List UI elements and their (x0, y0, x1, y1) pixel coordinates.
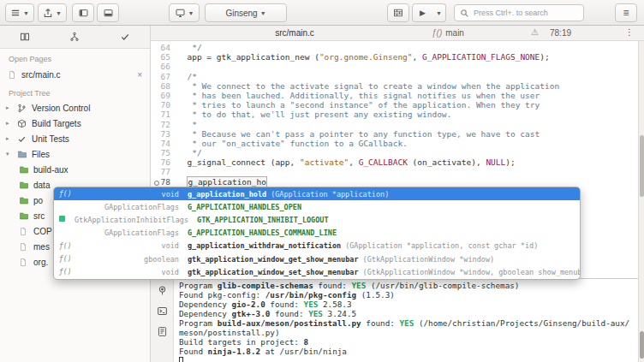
tab-tests[interactable] (100, 26, 150, 48)
panel-tab-strip (151, 279, 174, 362)
panel-tab-terminal[interactable] (157, 306, 168, 317)
file-item-build-aux[interactable]: build-aux (0, 162, 150, 177)
tree-item-label: Unit Tests (32, 134, 69, 144)
chevron-icon: ▸ (6, 104, 13, 111)
run-options-button[interactable]: ▼ (432, 3, 446, 22)
output-cursor-line (179, 356, 633, 362)
output-segment: found: (361, 318, 400, 328)
line-number: 71 (151, 110, 177, 119)
output-line: Dependency gio-2.0 found: YES 2.58.3 (179, 300, 633, 309)
panel-left-icon (78, 8, 89, 18)
completion-params: (GtkApplicationWindow *window, gboolean … (359, 268, 581, 276)
cube-icon (17, 119, 27, 128)
output-line: Program build-aux/meson/postinstall.py f… (179, 318, 633, 337)
panel-tab-build-log[interactable] (157, 326, 168, 337)
tree-item-files[interactable]: ▾Files (0, 146, 150, 162)
toggle-bottom-panel-button[interactable] (97, 3, 119, 22)
tree-item-version-control[interactable]: ▸Version Control (0, 100, 150, 116)
pages-menu-button[interactable]: ▼ (5, 3, 34, 22)
build-button[interactable] (387, 3, 409, 22)
search-input[interactable] (474, 9, 576, 17)
function-context[interactable]: ƒ() main (432, 28, 464, 38)
line-number: 65 (151, 52, 177, 62)
code-line: 64 */ (151, 43, 638, 52)
output-segment: YES (399, 318, 414, 328)
tree-item-build-targets[interactable]: ▸Build Targets (0, 116, 150, 131)
run-button[interactable]: ▶ (412, 3, 433, 22)
panel-bottom-icon (103, 8, 114, 18)
cursor-position: 78:19 (550, 28, 571, 38)
tab-build-pipeline[interactable] (50, 26, 99, 48)
code-line: 74 * our "on_activate" function to a GCa… (151, 139, 638, 148)
code-segment: * (177, 120, 197, 129)
tree-item-unit-tests[interactable]: ▸Unit Tests (0, 131, 150, 146)
pipeline-icon (69, 32, 80, 42)
code-text: app = gtk_application_new ("org.gnome.Gi… (177, 52, 550, 62)
scrollbar-thumb[interactable] (640, 135, 644, 197)
completion-item[interactable]: GApplicationFlagsG_APPLICATION_HANDLES_O… (54, 200, 580, 213)
line-number: 73 (151, 129, 177, 139)
file-item-label: org. (33, 258, 48, 267)
output-segment: /usr/bin/pkg-config (265, 290, 356, 300)
code-text: g_application_ho (177, 177, 267, 187)
completion-name: G_APPLICATION_HANDLES_COMMAND_LINE (188, 228, 337, 237)
code-line: 76 g_signal_connect (app, "activate", G_… (151, 157, 638, 167)
project-omnibar-button[interactable]: Ginseng ▼ (205, 3, 287, 22)
tree-item-label: Version Control (32, 104, 90, 113)
output-segment: ninja-1.8.2 (208, 347, 261, 356)
completion-item[interactable]: ƒ()voidg_application_hold(GApplication *… (54, 187, 580, 200)
completion-item[interactable]: ƒ()gbooleangtk_application_window_get_sh… (54, 252, 580, 265)
file-item-label: build-aux (33, 165, 69, 175)
project-tree-label: Project Tree (0, 83, 150, 100)
file-item-label: src (33, 211, 45, 221)
output-segment: gio-2.0 (232, 300, 265, 309)
device-selector-button[interactable]: ▼ (169, 3, 200, 22)
menu-button[interactable]: ≡ (615, 3, 637, 22)
chevron-icon: ▸ (6, 120, 13, 127)
completion-kind-icon (59, 216, 75, 223)
output-segment: 8 (304, 337, 309, 347)
completion-return-type: GApplicationFlags (75, 203, 188, 211)
output-segment: Found (179, 347, 208, 356)
current-line-ring (154, 181, 159, 186)
output-segment: Program (179, 281, 218, 290)
file-item-label: COP (33, 227, 52, 236)
output-segment: Program (179, 318, 218, 328)
code-segment: * Because we can't pass a pointer to any… (177, 129, 540, 139)
output-line: Found ninja-1.8.2 at /usr/bin/ninja (179, 347, 633, 356)
titlebar: ▼ ▼ ▼ Ginseng ▼ ▶ ▼ ≡ (0, 0, 644, 26)
output-segment: gtk+-3.0 (232, 309, 271, 318)
close-icon[interactable]: × (137, 70, 142, 80)
open-document-button[interactable]: ▼ (38, 3, 67, 22)
completion-item[interactable]: ƒ()voidgtk_application_window_set_show_m… (54, 265, 580, 278)
output-segment: found: (270, 309, 308, 318)
output-segment: Dependency (179, 300, 232, 309)
output-segment: (1.5.3) (356, 290, 395, 300)
open-page-item[interactable]: src/main.c × (0, 66, 150, 83)
code-segment: * to do that, we'll just present any exi… (177, 110, 451, 119)
completion-item[interactable]: GApplicationFlagsG_APPLICATION_HANDLES_C… (54, 227, 580, 240)
line-number: 78 (151, 177, 177, 187)
completion-return-type: GtkApplicationInhibitFlags (75, 216, 197, 224)
scrollbar[interactable] (638, 41, 644, 362)
panel-tab-pin[interactable] (157, 285, 168, 296)
open-icon (43, 8, 53, 18)
output-segment: found: (313, 281, 352, 290)
build-output[interactable]: Program glib-compile-schemas found: YES … (174, 279, 638, 362)
kebab-menu-icon[interactable]: ⋮ (625, 27, 634, 37)
completion-item[interactable]: GtkApplicationInhibitFlagsGTK_APPLICATIO… (54, 213, 580, 226)
code-segment: , (413, 52, 422, 62)
output-segment: 3.24.5 (323, 309, 356, 318)
folder-green-icon (19, 165, 29, 175)
toggle-left-panel-button[interactable] (72, 3, 94, 22)
folder-green-icon (19, 211, 29, 221)
completion-kind-icon: ƒ() (59, 190, 75, 198)
panel-scrollbar-thumb[interactable] (640, 331, 644, 359)
code-line: 72 * (151, 120, 638, 129)
tab-project-tree[interactable] (0, 26, 50, 48)
doc-icon (19, 242, 29, 252)
completion-item[interactable]: ƒ()voidg_application_withdraw_notificati… (54, 240, 580, 252)
output-segment: YES (308, 309, 323, 318)
search-field[interactable] (454, 4, 584, 21)
code-segment: G_APPLICATION_FLAGS_NONE (422, 52, 540, 62)
